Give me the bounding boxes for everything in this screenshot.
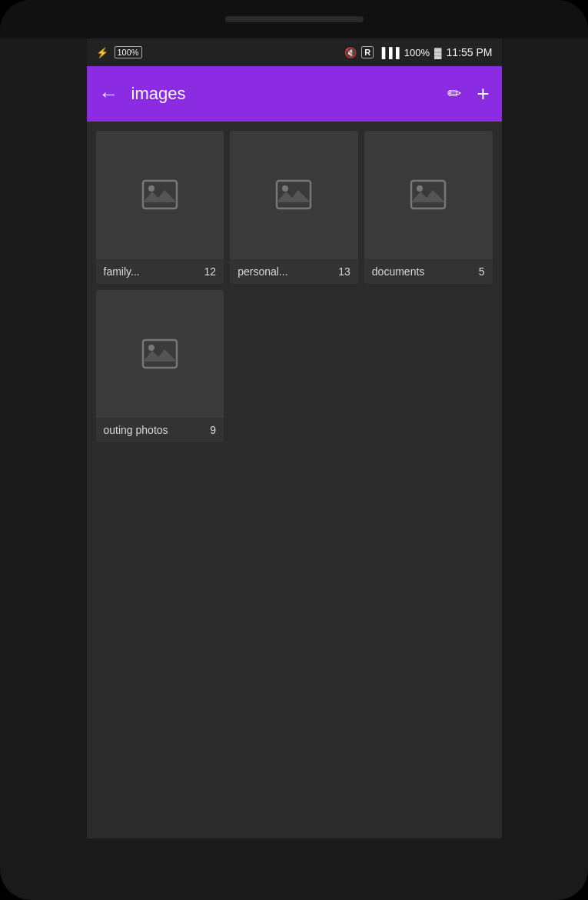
- mute-icon: 🔇: [344, 47, 357, 58]
- status-left: ⚡ 100%: [96, 46, 142, 58]
- edit-button[interactable]: ✏: [447, 84, 461, 104]
- folder-card-personal[interactable]: personal... 13: [230, 131, 358, 284]
- svg-marker-1: [143, 190, 177, 202]
- folder-count-family: 12: [204, 265, 217, 278]
- back-button[interactable]: ←: [99, 84, 119, 104]
- folder-info-family: family... 12: [96, 259, 224, 284]
- folder-card-outing[interactable]: outing photos 9: [96, 290, 224, 443]
- folder-info-outing: outing photos 9: [96, 418, 224, 442]
- phone-bottom-bezel: [87, 838, 502, 900]
- folder-thumbnail-outing: [96, 290, 224, 418]
- svg-point-2: [148, 185, 154, 192]
- phone-top-bar: [0, 0, 588, 38]
- time-display: 11:55 PM: [447, 46, 493, 58]
- phone-frame: ⚡ 100% 🔇 R ▐▐▐ 100% ▓ 11:55 PM ← images: [0, 0, 588, 900]
- folder-card-documents[interactable]: documents 5: [364, 131, 493, 284]
- svg-marker-10: [143, 349, 177, 362]
- usb-icon: ⚡: [96, 47, 108, 58]
- battery-level-icon: 100%: [115, 46, 142, 58]
- sim2-icon: R: [361, 46, 374, 58]
- main-screen: ← images ✏ + family... 12: [87, 66, 502, 838]
- folder-count-documents: 5: [479, 265, 485, 278]
- folder-name-outing: outing photos: [104, 424, 206, 436]
- folder-name-personal: personal...: [238, 265, 334, 278]
- folder-card-family[interactable]: family... 12: [96, 131, 224, 284]
- image-placeholder-icon: [141, 179, 178, 210]
- toolbar-actions: ✏ +: [447, 82, 489, 106]
- battery-level-text: 100%: [118, 48, 139, 57]
- svg-marker-7: [411, 190, 445, 202]
- status-right: 🔇 R ▐▐▐ 100% ▓ 11:55 PM: [344, 46, 492, 58]
- screen-title: images: [131, 84, 448, 104]
- folder-name-family: family...: [104, 265, 200, 278]
- svg-rect-6: [411, 181, 445, 208]
- folder-thumbnail-documents: [364, 131, 493, 259]
- folder-thumbnail-personal: [230, 131, 358, 259]
- svg-point-11: [148, 345, 154, 351]
- svg-point-8: [417, 185, 423, 192]
- speaker-grill: [225, 16, 364, 22]
- status-bar: ⚡ 100% 🔇 R ▐▐▐ 100% ▓ 11:55 PM: [87, 38, 502, 66]
- svg-marker-4: [277, 190, 311, 202]
- svg-rect-0: [143, 181, 177, 208]
- folder-info-personal: personal... 13: [230, 259, 358, 284]
- folder-name-documents: documents: [372, 265, 474, 278]
- add-button[interactable]: +: [477, 82, 489, 106]
- signal-icon: ▐▐▐: [378, 47, 400, 58]
- folder-thumbnail-family: [96, 131, 224, 259]
- toolbar: ← images ✏ +: [87, 66, 502, 122]
- svg-rect-3: [277, 181, 311, 208]
- battery-icon: ▓: [434, 47, 441, 58]
- folder-count-outing: 9: [210, 424, 216, 436]
- svg-point-5: [282, 185, 288, 192]
- image-placeholder-icon: [275, 179, 312, 210]
- image-placeholder-icon: [410, 179, 447, 210]
- battery-percent-text: 100%: [404, 47, 430, 58]
- folder-info-documents: documents 5: [364, 259, 493, 284]
- svg-rect-9: [143, 340, 177, 368]
- folder-grid: family... 12 personal... 13: [87, 122, 502, 838]
- image-placeholder-icon: [141, 338, 178, 369]
- folder-count-personal: 13: [338, 265, 350, 278]
